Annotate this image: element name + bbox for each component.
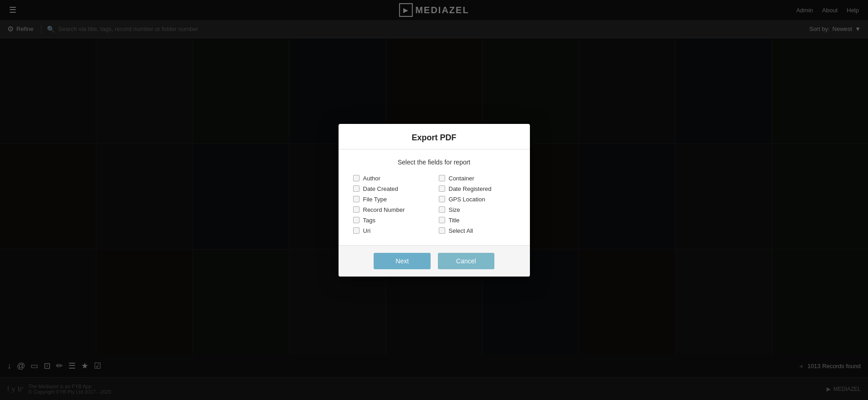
modal-footer: Next Cancel [339, 245, 530, 277]
field-tags: Tags [353, 217, 430, 224]
modal-overlay: Export PDF Select the fields for report … [0, 0, 868, 400]
modal-body: Select the fields for report Author Cont… [339, 149, 530, 245]
label-file-type: File Type [363, 196, 387, 203]
label-size: Size [449, 206, 460, 213]
checkbox-size[interactable] [439, 206, 445, 213]
field-record-number: Record Number [353, 206, 430, 213]
label-title: Title [449, 217, 460, 224]
cancel-button[interactable]: Cancel [438, 253, 494, 269]
checkbox-container[interactable] [439, 175, 445, 181]
field-container: Container [439, 175, 515, 182]
checkbox-gps-location[interactable] [439, 196, 445, 202]
field-date-registered: Date Registered [439, 185, 515, 192]
next-button[interactable]: Next [374, 253, 431, 269]
checkbox-tags[interactable] [353, 217, 360, 223]
label-select-all: Select All [449, 227, 473, 234]
checkbox-uri[interactable] [353, 227, 360, 234]
label-gps-location: GPS Location [449, 196, 485, 203]
field-uri: Uri [353, 227, 430, 234]
modal-header: Export PDF [339, 124, 530, 149]
fields-grid: Author Container Date Created Date Regis… [353, 175, 515, 234]
checkbox-date-created[interactable] [353, 185, 360, 192]
label-tags: Tags [363, 217, 375, 224]
label-record-number: Record Number [363, 206, 405, 213]
field-gps-location: GPS Location [439, 196, 515, 203]
modal-title: Export PDF [411, 133, 456, 142]
field-select-all: Select All [439, 227, 515, 234]
checkbox-file-type[interactable] [353, 196, 360, 202]
field-size: Size [439, 206, 515, 213]
label-uri: Uri [363, 227, 371, 234]
checkbox-select-all[interactable] [439, 227, 445, 234]
field-file-type: File Type [353, 196, 430, 203]
field-date-created: Date Created [353, 185, 430, 192]
checkbox-title[interactable] [439, 217, 445, 223]
label-date-created: Date Created [363, 185, 398, 192]
checkbox-date-registered[interactable] [439, 185, 445, 192]
field-title: Title [439, 217, 515, 224]
modal-subtitle: Select the fields for report [353, 159, 515, 166]
field-author: Author [353, 175, 430, 182]
label-container: Container [449, 175, 474, 182]
export-pdf-modal: Export PDF Select the fields for report … [339, 124, 530, 277]
label-author: Author [363, 175, 380, 182]
checkbox-author[interactable] [353, 175, 360, 181]
checkbox-record-number[interactable] [353, 206, 360, 213]
label-date-registered: Date Registered [449, 185, 492, 192]
